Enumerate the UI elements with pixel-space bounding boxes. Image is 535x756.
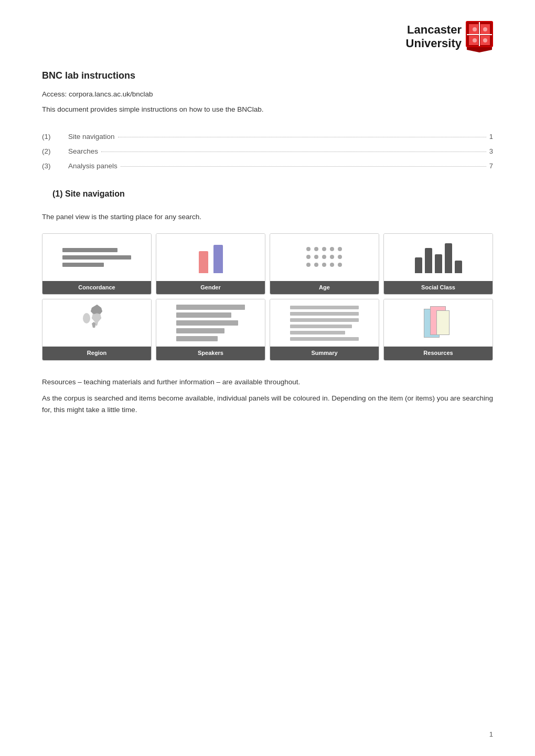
header: Lancaster University	[42, 21, 493, 52]
page-number: 1	[489, 729, 493, 740]
speakers-bar-1	[176, 305, 245, 310]
social-bar-3	[435, 254, 442, 273]
access-label: Access:	[42, 90, 67, 98]
age-label: Age	[270, 281, 379, 295]
gender-bar-female	[199, 251, 208, 273]
social-class-visual	[384, 234, 493, 281]
panel-gender[interactable]: Gender	[156, 233, 265, 295]
social-class-label: Social Class	[384, 281, 493, 295]
region-visual	[42, 299, 151, 347]
svg-point-9	[483, 27, 487, 31]
access-url: corpora.lancs.ac.uk/bnclab	[69, 90, 153, 98]
gender-bars-icon	[199, 242, 223, 273]
age-visual	[270, 234, 379, 281]
table-of-contents: (1) Site navigation 1 (2) Searches 3 (3)…	[42, 131, 493, 171]
toc-row-3: (3) Analysis panels 7	[42, 160, 493, 172]
age-dot-3	[322, 247, 326, 251]
age-dot-12	[314, 263, 318, 267]
region-label: Region	[42, 347, 151, 360]
age-dot-11	[306, 263, 311, 267]
toc-row-2: (2) Searches 3	[42, 146, 493, 157]
age-dot-15	[338, 263, 342, 267]
panel-resources[interactable]: Resources	[383, 299, 493, 361]
gender-bar-male	[213, 245, 223, 273]
speakers-bar-5	[176, 336, 218, 341]
section1-title: (1) Site navigation	[52, 187, 493, 201]
panel-speakers[interactable]: Speakers	[156, 299, 265, 361]
age-dot-1	[306, 247, 311, 251]
concordance-line-3	[62, 263, 104, 267]
toc-label-3: Analysis panels	[68, 160, 117, 172]
age-dot-10	[338, 255, 342, 259]
resources-blocks-icon	[424, 306, 453, 340]
age-dots-icon	[306, 247, 343, 268]
speakers-bars-icon	[176, 305, 245, 341]
logo-line2: University	[406, 37, 462, 50]
speakers-bar-4	[176, 328, 224, 333]
access-line: Access: corpora.lancs.ac.uk/bnclab	[42, 89, 493, 100]
toc-page-3: 7	[489, 161, 493, 172]
document-title: BNC lab instructions	[42, 68, 493, 83]
gender-visual	[156, 234, 265, 281]
age-dot-2	[314, 247, 318, 251]
summary-line-5	[290, 331, 345, 334]
svg-point-8	[473, 27, 477, 31]
summary-line-1	[290, 306, 359, 309]
speakers-bar-2	[176, 312, 231, 318]
resource-block-tan	[436, 310, 450, 335]
social-bars-icon	[415, 242, 462, 273]
age-dot-7	[314, 255, 318, 259]
svg-point-10	[473, 38, 477, 42]
svg-point-11	[483, 38, 487, 42]
social-bar-2	[425, 248, 432, 273]
gender-label: Gender	[156, 281, 265, 295]
logo-area: Lancaster University	[406, 21, 493, 52]
social-bar-4	[445, 243, 452, 273]
toc-dots-3	[121, 166, 486, 167]
age-dot-4	[330, 247, 334, 251]
summary-line-3	[290, 318, 359, 322]
panel-concordance[interactable]: Concordance	[42, 233, 152, 295]
svg-marker-12	[467, 47, 492, 52]
summary-lines-icon	[290, 306, 359, 341]
page: Lancaster University	[0, 0, 535, 756]
intro-text: This document provides simple instructio…	[42, 104, 493, 115]
toc-label-1: Site navigation	[68, 131, 115, 143]
summary-line-6	[290, 337, 359, 341]
toc-page-1: 1	[489, 132, 493, 143]
summary-visual	[270, 299, 379, 347]
uk-map-icon	[81, 304, 113, 343]
resources-visual	[384, 299, 493, 347]
svg-marker-14	[91, 305, 102, 314]
age-dot-13	[322, 263, 326, 267]
summary-line-2	[290, 312, 359, 316]
concordance-visual	[42, 234, 151, 281]
concordance-label: Concordance	[42, 281, 151, 295]
age-dot-8	[322, 255, 326, 259]
summary-line-4	[290, 325, 352, 328]
speakers-visual	[156, 299, 265, 347]
toc-dots-2	[101, 152, 486, 152]
speakers-bar-3	[176, 320, 238, 326]
resources-label: Resources	[384, 347, 493, 360]
concordance-line-1	[62, 248, 117, 252]
speakers-label: Speakers	[156, 347, 265, 360]
toc-dots-1	[118, 137, 486, 137]
age-dot-14	[330, 263, 334, 267]
panel-social-class[interactable]: Social Class	[383, 233, 493, 295]
toc-label-2: Searches	[68, 146, 98, 157]
age-dot-5	[338, 247, 342, 251]
toc-num-3: (3)	[42, 160, 68, 172]
toc-num-1: (1)	[42, 131, 68, 143]
panel-summary[interactable]: Summary	[270, 299, 379, 361]
toc-num-2: (2)	[42, 146, 68, 157]
age-dot-9	[330, 255, 334, 259]
toc-row-1: (1) Site navigation 1	[42, 131, 493, 143]
logo-text: Lancaster University	[406, 23, 462, 51]
panel-region[interactable]: Region	[42, 299, 152, 361]
panel-age[interactable]: Age	[270, 233, 379, 295]
resources-description: Resources – teaching materials and furth…	[42, 376, 493, 388]
university-shield-icon	[466, 21, 493, 52]
section1-intro: The panel view is the starting place for…	[42, 211, 493, 223]
concordance-line-2	[62, 255, 131, 260]
